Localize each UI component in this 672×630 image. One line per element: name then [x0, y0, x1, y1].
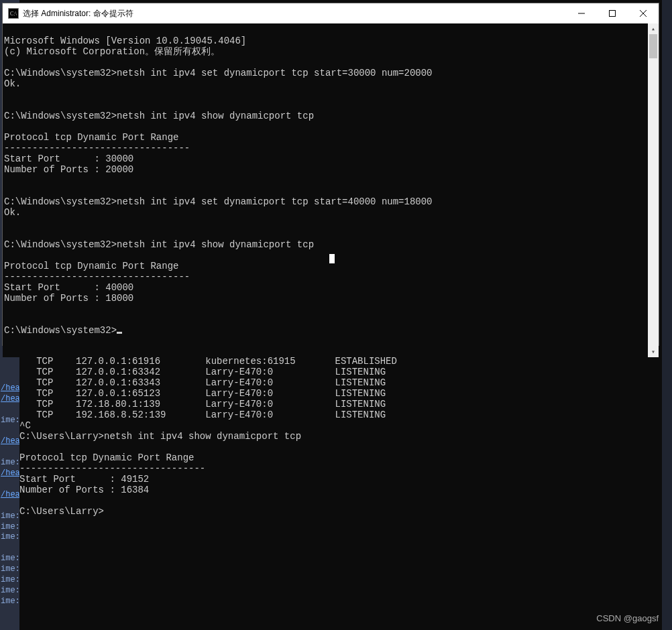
netstat-row: TCP 127.0.0.1:63343 Larry-E470:0 LISTENI… — [19, 377, 386, 388]
gutter-line: ime: — [0, 575, 19, 586]
gutter-line — [0, 501, 19, 511]
maximize-icon — [609, 10, 616, 17]
gutter-line — [0, 543, 19, 554]
gutter-line: ime: — [0, 416, 19, 426]
scroll-thumb[interactable] — [649, 34, 657, 58]
netstat-row: TCP 192.168.8.52:139 Larry-E470:0 LISTEN… — [19, 410, 386, 420]
gutter-line: /hea — [0, 468, 19, 479]
netstat-row: TCP 127.0.0.1:63342 Larry-E470:0 LISTENI… — [19, 367, 386, 377]
netstat-row: TCP 172.18.80.1:139 Larry-E470:0 LISTENI… — [19, 399, 386, 410]
minimize-button[interactable] — [566, 3, 597, 23]
output-line: --------------------------------- — [4, 143, 190, 153]
output-line: --------------------------------- — [19, 463, 205, 474]
minimize-icon — [578, 10, 585, 17]
titlebar[interactable]: C:\ 选择 Administrator: 命令提示符 — [3, 3, 659, 23]
netstat-row: TCP 127.0.0.1:65123 Larry-E470:0 LISTENI… — [19, 388, 386, 399]
gutter-line: /hea — [0, 383, 19, 394]
cmd-line: C:\Users\Larry> — [19, 506, 104, 517]
gutter-line: /hea — [0, 490, 19, 501]
background-scrollbar[interactable] — [662, 0, 672, 630]
output-line: Start Port : 40000 — [4, 282, 133, 293]
cmd-line: C:\Windows\system32>netsh int ipv4 show … — [4, 111, 314, 121]
cmd-output-area[interactable]: Microsoft Windows [Version 10.0.19045.40… — [3, 23, 648, 357]
gutter-line: ime: — [0, 554, 19, 564]
gutter-line: ime: — [0, 586, 19, 596]
gutter-line — [0, 447, 19, 458]
netstat-row: TCP 127.0.0.1:61916 kubernetes:61915 EST… — [19, 356, 397, 367]
output-line: Number of Ports : 16384 — [19, 485, 149, 495]
maximize-button[interactable] — [597, 3, 628, 23]
gutter-line: /hea — [0, 436, 19, 447]
watermark: CSDN @gaogsf — [596, 613, 659, 623]
selection-cursor — [329, 254, 335, 263]
output-line: Protocol tcp Dynamic Port Range — [4, 132, 178, 143]
gutter-line: ime: — [0, 596, 19, 607]
output-line: Protocol tcp Dynamic Port Range — [4, 261, 178, 271]
scroll-up-arrow[interactable]: ▴ — [648, 23, 659, 34]
gutter-line: /hea — [0, 394, 19, 405]
output-line: Microsoft Windows [Version 10.0.19045.40… — [4, 36, 246, 46]
ctrl-c: ^C — [19, 420, 31, 431]
cmd-line: C:\Windows\system32>netsh int ipv4 set d… — [4, 196, 433, 207]
cmd-line: C:\Users\Larry>netsh int ipv4 show dynam… — [19, 431, 301, 442]
output-line: Ok. — [4, 78, 21, 89]
gutter-line: ime: — [0, 458, 19, 468]
output-line: Start Port : 49152 — [19, 474, 149, 485]
output-line: --------------------------------- — [4, 271, 190, 282]
cmd-line: C:\Windows\system32>netsh int ipv4 set d… — [4, 68, 433, 78]
svg-rect-1 — [610, 11, 616, 17]
gutter-line: ime: — [0, 564, 19, 575]
window-title: 选择 Administrator: 命令提示符 — [23, 8, 133, 19]
cmd-line: C:\Windows\system32>netsh int ipv4 show … — [4, 239, 314, 250]
cmd-prompt: C:\Windows\system32> — [4, 325, 117, 336]
close-button[interactable] — [628, 3, 659, 23]
cmd-window: C:\ 选择 Administrator: 命令提示符 Microsoft Wi… — [2, 3, 659, 346]
cmd-scrollbar[interactable]: ▴ ▾ — [648, 23, 659, 357]
output-line: Start Port : 30000 — [4, 153, 133, 164]
gutter-line — [0, 479, 19, 490]
gutter-line: ime: — [0, 522, 19, 533]
text-cursor — [117, 332, 122, 334]
output-line: Protocol tcp Dynamic Port Range — [19, 452, 194, 463]
close-icon — [640, 10, 647, 17]
output-line: (c) Microsoft Corporation。保留所有权利。 — [4, 46, 220, 57]
gutter-line: ime: — [0, 511, 19, 522]
scroll-down-arrow[interactable]: ▾ — [648, 346, 659, 357]
output-line: Number of Ports : 20000 — [4, 164, 133, 175]
gutter-line — [0, 405, 19, 416]
gutter-line — [0, 426, 19, 437]
output-line: Ok. — [4, 207, 21, 218]
output-line: Number of Ports : 18000 — [4, 293, 133, 304]
cmd-icon: C:\ — [8, 8, 19, 19]
gutter-line: ime: — [0, 532, 19, 543]
